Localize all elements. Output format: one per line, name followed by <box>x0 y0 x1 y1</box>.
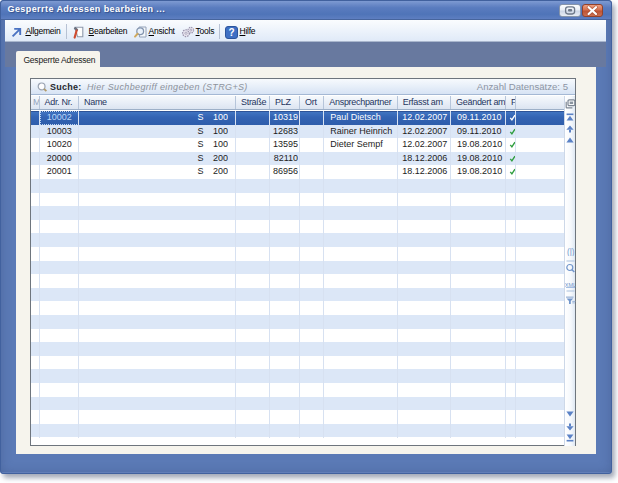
svg-text:?: ? <box>228 27 234 38</box>
svg-text:(|): (|) <box>566 248 574 256</box>
svg-text:XML: XML <box>565 281 576 287</box>
